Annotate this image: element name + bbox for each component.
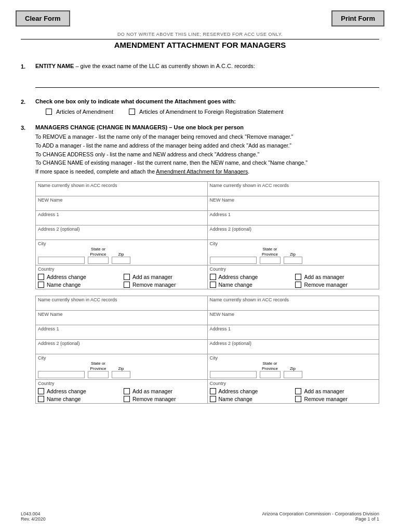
new-name-left-2: NEW Name (36, 311, 208, 325)
zip-input-right-2[interactable] (284, 371, 302, 378)
zip-input-left-2[interactable] (112, 371, 130, 378)
add-manager-label-left-1: Add as manager (132, 274, 172, 280)
print-form-button[interactable]: Print Form (331, 10, 384, 26)
section-2-bold-label: Check one box only to indicate what docu… (35, 98, 236, 104)
address1-value-left-2[interactable] (38, 331, 205, 338)
checkbox-remove-manager-right-2[interactable] (295, 396, 301, 402)
checkbox-foreign-registration[interactable] (129, 109, 135, 115)
checkbox-add-manager-left-2[interactable] (124, 388, 130, 394)
state-input-right-1[interactable] (260, 257, 281, 264)
address1-value-right-1[interactable] (210, 217, 377, 224)
top-buttons: Clear Form Print Form (0, 0, 400, 32)
address1-value-left-1[interactable] (38, 217, 205, 224)
name-change-label-right-1: Name change (219, 282, 252, 288)
checkbox-name-change-left-1[interactable] (38, 282, 44, 288)
country-checkbox-right-1: Country Address change Add as manager (207, 265, 379, 289)
footer-left: L043.004 Rev. 4/2020 (21, 511, 46, 522)
address-change-label-right-2: Address change (219, 388, 258, 394)
state-input-right-2[interactable] (260, 371, 281, 378)
checkbox-add-manager-right-1[interactable] (295, 274, 301, 280)
country-label-left-1: Country (38, 267, 205, 272)
city-input-right-1[interactable] (210, 257, 257, 264)
address-change-left-2: Address change (38, 388, 115, 394)
remove-manager-label-left-2: Remove manager (132, 396, 176, 402)
state-input-left-2[interactable] (88, 371, 109, 378)
address-change-right-1: Address change (210, 274, 287, 280)
name-current-value-left-2[interactable] (38, 302, 205, 309)
remove-manager-label-left-1: Remove manager (132, 282, 176, 288)
name-current-value-left-1[interactable] (38, 188, 205, 195)
new-name-value-right-1[interactable] (210, 203, 377, 209)
new-name-right-2: NEW Name (207, 311, 379, 325)
checkbox-name-change-right-2[interactable] (210, 396, 216, 402)
name-change-right-2: Name change (210, 396, 287, 402)
attachment-link[interactable]: Amendment Attachment for Managers (156, 168, 248, 175)
city-right-2: City State or Province Zip (207, 354, 379, 380)
remove-manager-label-right-1: Remove manager (304, 282, 347, 288)
section-1-label: ENTITY NAME – give the exact name of the… (35, 63, 379, 69)
zip-input-right-1[interactable] (284, 257, 302, 264)
new-name-label-right-1: NEW Name (210, 197, 377, 203)
name-current-label-right-2: Name currently shown in ACC records (210, 297, 377, 302)
city-input-left-1[interactable] (38, 257, 85, 264)
city-input-right-2[interactable] (210, 371, 257, 378)
state-input-left-1[interactable] (88, 257, 109, 264)
checkbox-remove-manager-left-1[interactable] (124, 282, 130, 288)
checkbox-address-change-right-2[interactable] (210, 388, 216, 394)
name-current-value-right-2[interactable] (210, 302, 377, 309)
address1-right-2: Address 1 (207, 325, 379, 340)
add-manager-right-2: Add as manager (295, 388, 377, 394)
address1-label-left-2: Address 1 (38, 326, 205, 331)
checkbox-articles-amendment[interactable] (46, 109, 52, 115)
zip-input-left-1[interactable] (112, 257, 130, 264)
entity-name-desc: – give the exact name of the LLC as curr… (75, 63, 255, 69)
name-current-label-right-1: Name currently shown in ACC records (210, 183, 377, 188)
checkbox-name-change-right-1[interactable] (210, 282, 216, 288)
checkbox-name-change-left-2[interactable] (38, 396, 44, 402)
name-current-left-2: Name currently shown in ACC records (36, 296, 208, 311)
new-name-value-right-2[interactable] (210, 317, 377, 324)
address-change-left-1: Address change (38, 274, 115, 280)
name-current-row-1: Name currently shown in ACC records Name… (36, 181, 379, 196)
country-checkbox-row-2: Country Address change Add as manager (36, 380, 379, 404)
checkbox-add-manager-right-2[interactable] (295, 388, 301, 394)
checkbox-add-manager-left-1[interactable] (124, 274, 130, 280)
new-name-value-left-1[interactable] (38, 203, 205, 209)
section-2-label: Check one box only to indicate what docu… (35, 98, 379, 104)
checkbox-remove-manager-left-2[interactable] (124, 396, 130, 402)
remove-manager-right-1: Remove manager (295, 282, 377, 288)
checkbox-address-change-right-1[interactable] (210, 274, 216, 280)
city-label-left-1: City (38, 241, 205, 246)
instruction-3: To CHANGE ADDRESS only - list the name a… (35, 150, 379, 159)
address2-value-left-1[interactable] (38, 232, 205, 238)
address2-value-right-2[interactable] (210, 346, 377, 353)
address2-value-left-2[interactable] (38, 346, 205, 353)
name-current-value-right-1[interactable] (210, 188, 377, 195)
name-change-left-1: Name change (38, 282, 115, 288)
address2-value-right-1[interactable] (210, 232, 377, 238)
new-name-value-left-2[interactable] (38, 317, 205, 324)
country-label-right-2: Country (210, 381, 377, 386)
address-change-right-2: Address change (210, 388, 287, 394)
name-current-label-left-2: Name currently shown in ACC records (38, 297, 205, 302)
address1-row-1: Address 1 Address 1 (36, 210, 379, 225)
checkbox-address-change-left-2[interactable] (38, 388, 44, 394)
name-change-right-1: Name change (210, 282, 287, 288)
name-current-label-left-1: Name currently shown in ACC records (38, 183, 205, 188)
section-1: 1. ENTITY NAME – give the exact name of … (21, 63, 379, 93)
form-revision: Rev. 4/2020 (21, 516, 46, 522)
address2-label-left-2: Address 2 (optional) (38, 341, 205, 346)
manager-block-1: Name currently shown in ACC records Name… (35, 181, 379, 289)
checkbox-remove-manager-right-1[interactable] (295, 282, 301, 288)
checkbox-address-change-left-1[interactable] (38, 274, 44, 280)
add-manager-left-2: Add as manager (124, 388, 205, 394)
clear-form-button[interactable]: Clear Form (16, 10, 70, 26)
city-input-left-2[interactable] (38, 371, 85, 378)
address1-left-2: Address 1 (36, 325, 208, 340)
address1-label-right-2: Address 1 (210, 326, 377, 331)
remove-manager-label-right-2: Remove manager (304, 396, 347, 402)
address1-value-right-2[interactable] (210, 331, 377, 338)
city-label-right-1: City (210, 241, 377, 246)
add-manager-right-1: Add as manager (295, 274, 377, 280)
entity-name-line[interactable] (35, 78, 379, 88)
